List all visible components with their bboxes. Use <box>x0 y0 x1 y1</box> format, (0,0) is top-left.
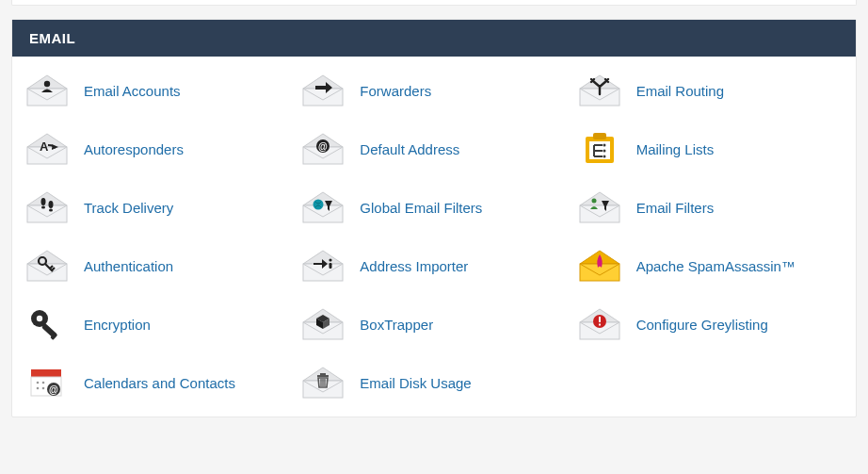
item-track-delivery[interactable]: Track Delivery <box>24 187 292 228</box>
route-split-envelope-icon <box>576 72 623 109</box>
item-email-filters[interactable]: Email Filters <box>576 187 844 228</box>
svg-rect-55 <box>31 369 61 377</box>
svg-rect-27 <box>303 205 343 222</box>
item-autoresponders[interactable]: A Autoresponders <box>24 128 292 170</box>
email-panel: EMAIL Email Accounts <box>11 19 857 417</box>
svg-point-42 <box>37 316 42 321</box>
svg-rect-66 <box>320 373 326 375</box>
item-label: Email Filters <box>636 200 715 216</box>
arrow-in-envelope-icon <box>299 247 346 285</box>
empty-cell <box>576 362 844 403</box>
item-email-routing[interactable]: Email Routing <box>576 70 844 111</box>
item-apache-spamassassin[interactable]: Apache SpamAssassin™ <box>576 245 844 286</box>
person-envelope-icon <box>24 72 71 109</box>
item-boxtrapper[interactable]: BoxTrapper <box>299 303 568 345</box>
item-mailing-lists[interactable]: Mailing Lists <box>576 128 844 170</box>
item-address-importer[interactable]: Address Importer <box>299 245 568 286</box>
item-global-email-filters[interactable]: Global Email Filters <box>299 187 568 228</box>
svg-text:A: A <box>40 139 49 154</box>
svg-point-22 <box>41 198 46 205</box>
at-sign-envelope-icon: @ <box>299 130 346 168</box>
item-label: Global Email Filters <box>360 200 482 216</box>
svg-point-18 <box>603 150 605 153</box>
list-tree-clipboard-icon <box>576 130 623 168</box>
svg-rect-54 <box>599 324 601 326</box>
svg-rect-21 <box>27 205 67 222</box>
svg-marker-29 <box>580 192 619 205</box>
svg-rect-4 <box>303 89 343 106</box>
alert-circle-envelope-icon <box>576 305 623 343</box>
item-label: Calendars and Contacts <box>84 375 235 391</box>
item-label: Email Routing <box>636 83 724 99</box>
svg-rect-30 <box>580 205 619 222</box>
item-default-address[interactable]: @ Default Address <box>299 128 568 170</box>
svg-point-58 <box>42 382 45 384</box>
arrow-right-envelope-icon <box>299 72 346 109</box>
item-forwarders[interactable]: Forwarders <box>299 70 568 111</box>
svg-point-19 <box>603 155 605 158</box>
item-label: Authentication <box>84 258 173 274</box>
item-label: Mailing Lists <box>636 141 715 157</box>
panel-title: EMAIL <box>12 20 856 57</box>
svg-rect-38 <box>330 263 332 269</box>
footprints-envelope-icon <box>24 188 71 226</box>
item-label: Configure Greylisting <box>636 317 768 333</box>
spam-feather-envelope-icon <box>576 247 623 285</box>
svg-rect-65 <box>317 375 329 377</box>
svg-rect-40 <box>580 264 619 281</box>
svg-text:@: @ <box>318 141 328 152</box>
svg-point-60 <box>42 387 45 390</box>
item-email-disk-usage[interactable]: Email Disk Usage <box>299 362 568 403</box>
item-label: Encryption <box>84 317 151 333</box>
svg-point-2 <box>44 81 50 87</box>
item-configure-greylisting[interactable]: Configure Greylisting <box>576 303 844 345</box>
trash-envelope-icon <box>299 364 346 401</box>
cube-envelope-icon <box>299 305 346 343</box>
svg-point-31 <box>591 199 596 204</box>
previous-panel-edge <box>11 0 857 6</box>
item-label: Email Accounts <box>84 83 181 99</box>
item-label: BoxTrapper <box>360 317 433 333</box>
svg-point-28 <box>313 200 324 210</box>
svg-marker-20 <box>27 192 67 205</box>
svg-point-25 <box>49 208 53 211</box>
key-envelope-icon <box>24 247 71 285</box>
svg-point-59 <box>37 387 40 390</box>
svg-point-57 <box>37 382 40 384</box>
item-label: Apache SpamAssassin™ <box>636 258 796 274</box>
item-authentication[interactable]: Authentication <box>24 245 292 286</box>
svg-point-37 <box>330 258 332 261</box>
svg-point-24 <box>49 201 54 208</box>
item-label: Default Address <box>360 141 459 157</box>
svg-point-23 <box>41 205 45 208</box>
person-funnel-envelope-icon <box>576 188 623 226</box>
svg-rect-15 <box>593 133 606 139</box>
item-label: Autoresponders <box>84 141 184 157</box>
item-label: Forwarders <box>360 83 431 99</box>
a-reply-envelope-icon: A <box>24 130 71 168</box>
calendar-at-icon: @ <box>24 364 71 401</box>
item-label: Track Delivery <box>84 200 173 216</box>
svg-text:@: @ <box>49 384 58 395</box>
big-key-icon <box>24 305 71 343</box>
item-label: Email Disk Usage <box>360 375 471 391</box>
svg-rect-53 <box>599 317 601 322</box>
globe-funnel-envelope-icon <box>299 188 346 226</box>
svg-point-17 <box>603 144 605 147</box>
item-label: Address Importer <box>360 258 468 274</box>
item-email-accounts[interactable]: Email Accounts <box>24 70 292 111</box>
item-encryption[interactable]: Encryption <box>24 303 292 345</box>
item-calendars-and-contacts[interactable]: @ Calendars and Contacts <box>24 362 292 403</box>
panel-body: Email Accounts Forwarders <box>12 57 856 417</box>
